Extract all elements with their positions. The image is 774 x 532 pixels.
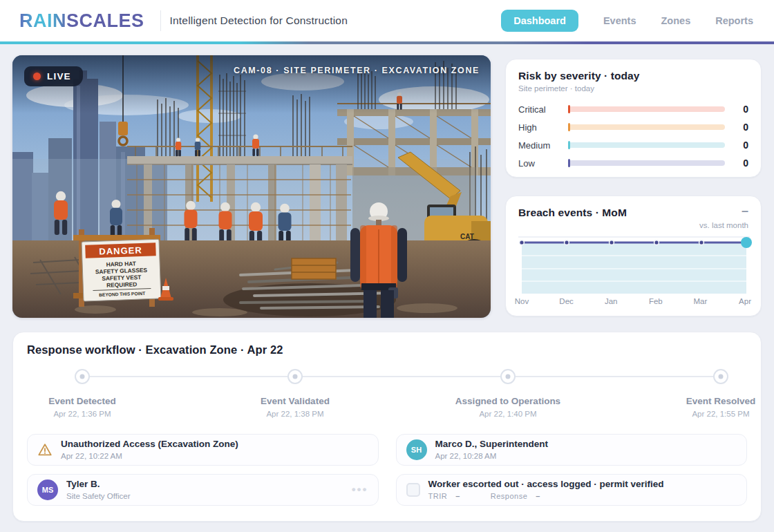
workflow-timeline: Event Detected Apr 22, 1:36 PM Event Val…: [27, 362, 747, 428]
step-circle-icon: [75, 369, 90, 384]
header-divider: [160, 10, 161, 31]
breach-events-panel: Breach events · MoM – vs. last month Nov…: [505, 196, 762, 316]
live-badge: LIVE: [24, 66, 83, 86]
risk-bar-tick: [568, 141, 570, 149]
step-label: Event Validated: [209, 396, 381, 406]
timeline-step-detected: Event Detected Apr 22, 1:36 PM: [0, 362, 169, 418]
step-circle-icon: [713, 369, 728, 384]
task-checkbox[interactable]: [406, 483, 420, 497]
risk-row-label: High: [518, 122, 568, 133]
risk-row-label: Medium: [518, 140, 568, 151]
metric-value: –: [536, 492, 540, 501]
timeline-step-validated: Event Validated Apr 22, 1:38 PM: [209, 362, 381, 418]
timeline-step-assigned: Assigned to Operations Apr 22, 1:40 PM: [422, 362, 594, 418]
breach-delta-caption: vs. last month: [518, 221, 748, 229]
nav-tab-reports[interactable]: Reports: [715, 15, 753, 26]
person-card-superintendent[interactable]: SH Marco D., Superintendent Apr 22, 10:2…: [396, 434, 748, 466]
x-axis-label: Apr: [739, 297, 751, 305]
nav-tab-zones[interactable]: Zones: [661, 15, 691, 26]
timeline-step-resolved: Event Resolved Apr 22, 1:55 PM: [634, 362, 774, 418]
risk-row-value: 0: [725, 140, 748, 151]
risk-panel-subtitle: Site perimeter · today: [518, 84, 748, 93]
alert-event-card[interactable]: Unauthorized Access (Excavation Zone) Ap…: [27, 434, 379, 466]
camera-feed-image: CAT: [12, 55, 491, 318]
risk-rows: Critical 0 High 0 Medium 0 Low 0: [518, 100, 748, 172]
timeline-connector: [82, 376, 721, 377]
risk-bar-track: [568, 106, 725, 112]
person-timestamp: Apr 22, 10:28 AM: [435, 452, 549, 461]
task-title: Worker escorted out · access logged · pe…: [428, 479, 664, 490]
metric-label: TRIR: [428, 492, 448, 501]
live-dot-icon: [33, 73, 41, 80]
person-card-safety-officer[interactable]: MS Tyler B. Site Safety Officer •••: [27, 474, 379, 506]
person-role: Site Safety Officer: [66, 492, 130, 501]
danger-sign-header: DANGER: [99, 245, 142, 256]
risk-row-label: Critical: [518, 104, 568, 115]
warning-triangle-icon: [37, 442, 53, 457]
main-nav: Dashboard Events Zones Reports: [501, 10, 753, 32]
breach-mom-chart: NovDecJanFebMarApr: [518, 234, 748, 307]
risk-bar-track: [568, 124, 725, 130]
risk-panel-title: Risk by severity · today: [518, 70, 748, 82]
risk-row-high: High 0: [518, 118, 748, 136]
nav-tab-events[interactable]: Events: [603, 15, 636, 26]
right-column: Risk by severity · today Site perimeter …: [505, 55, 762, 318]
danger-sign-line: REQUIRED: [106, 281, 138, 289]
card-menu-dots-icon[interactable]: •••: [352, 483, 368, 497]
alert-title: Unauthorized Access (Excavation Zone): [61, 439, 238, 450]
nav-tab-dashboard[interactable]: Dashboard: [501, 10, 578, 32]
risk-bar-tick: [568, 159, 570, 167]
x-axis-label: Jan: [605, 297, 618, 305]
app-subtitle: Intelligent Detection for Construction: [170, 15, 348, 27]
x-axis-label: Dec: [559, 297, 573, 305]
step-circle-icon: [287, 369, 303, 384]
risk-severity-panel: Risk by severity · today Site perimeter …: [505, 59, 762, 178]
step-label: Event Resolved: [634, 396, 774, 406]
line-chart: [518, 234, 750, 295]
step-label: Event Detected: [0, 396, 169, 406]
step-label: Assigned to Operations: [422, 396, 594, 406]
workflow-cards-grid: Unauthorized Access (Excavation Zone) Ap…: [27, 434, 747, 506]
risk-row-label: Low: [518, 158, 568, 169]
risk-row-low: Low 0: [518, 154, 748, 172]
step-time: Apr 22, 1:38 PM: [209, 410, 381, 418]
step-time: Apr 22, 1:55 PM: [634, 410, 774, 418]
main-content: CAT: [0, 44, 774, 318]
risk-row-value: 0: [725, 158, 748, 169]
risk-row-medium: Medium 0: [518, 136, 748, 154]
x-axis-label: Nov: [515, 297, 529, 305]
breach-delta-value: –: [742, 207, 748, 215]
workflow-title: Response workflow · Excavation Zone · Ap…: [27, 343, 747, 357]
x-axis-labels: NovDecJanFebMarApr: [518, 297, 748, 307]
risk-row-value: 0: [725, 122, 748, 133]
metric-value: –: [455, 492, 460, 501]
step-circle-icon: [500, 369, 516, 384]
danger-sign: DANGER HARD HAT SAFETY GLASSES SAFETY VE…: [82, 239, 161, 301]
camera-feed-panel: CAT: [12, 55, 491, 318]
risk-bar-track: [568, 160, 725, 166]
person-name: Tyler B.: [66, 479, 130, 490]
live-label: LIVE: [47, 71, 71, 82]
alert-timestamp: Apr 22, 10:22 AM: [61, 452, 238, 461]
avatar: SH: [406, 439, 427, 460]
risk-row-critical: Critical 0: [518, 100, 748, 118]
brand-logo: RAINSCALES: [19, 10, 144, 32]
metric-label: Response: [491, 492, 528, 501]
breach-panel-title: Breach events · MoM: [518, 207, 627, 219]
task-metrics: TRIR – Response –: [428, 492, 664, 501]
resolution-task-card[interactable]: Worker escorted out · access logged · pe…: [396, 474, 748, 506]
camera-feed-label: CAM-08 · SITE PERIMETER · EXCAVATION ZON…: [234, 66, 480, 75]
response-workflow-panel: Response workflow · Excavation Zone · Ap…: [12, 332, 762, 522]
risk-bar-track: [568, 142, 725, 148]
avatar: MS: [37, 479, 58, 500]
risk-row-value: 0: [725, 104, 748, 115]
step-time: Apr 22, 1:36 PM: [0, 410, 169, 418]
risk-bar-tick: [568, 123, 570, 131]
app-header: RAINSCALES Intelligent Detection for Con…: [0, 0, 774, 41]
x-axis-label: Feb: [649, 297, 663, 305]
person-name: Marco D., Superintendent: [435, 439, 549, 450]
step-time: Apr 22, 1:40 PM: [422, 410, 594, 418]
x-axis-label: Mar: [694, 297, 708, 305]
risk-bar-tick: [568, 105, 570, 113]
